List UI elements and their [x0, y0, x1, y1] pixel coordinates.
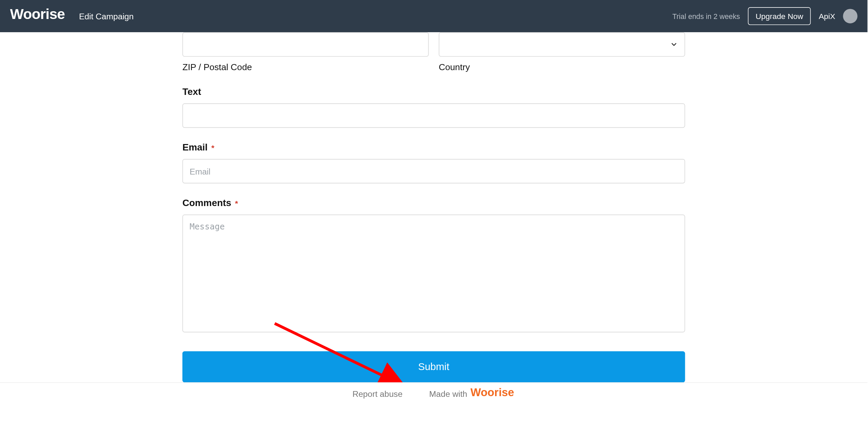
submit-button[interactable]: Submit — [182, 351, 685, 382]
trial-status: Trial ends in 2 weeks — [672, 12, 740, 20]
app-header: Woorise Edit Campaign Trial ends in 2 we… — [0, 0, 867, 32]
text-field-label: Text — [182, 87, 685, 98]
zip-sublabel: ZIP / Postal Code — [182, 62, 429, 73]
country-column: Country — [439, 32, 685, 72]
woorise-footer-logo-icon: Woorise — [471, 386, 515, 399]
svg-text:Woorise: Woorise — [471, 386, 514, 399]
svg-text:Woorise: Woorise — [10, 7, 65, 22]
comments-label-text: Comments — [182, 198, 231, 208]
header-right: Trial ends in 2 weeks Upgrade Now ApiX — [672, 7, 857, 25]
comments-field-label: Comments * — [182, 198, 685, 209]
made-with-text: Made with — [429, 389, 467, 399]
text-input[interactable] — [182, 103, 685, 128]
woorise-brand-link[interactable]: Woorise — [471, 386, 515, 401]
email-input[interactable] — [182, 159, 685, 183]
required-mark: * — [235, 199, 238, 208]
zip-column: ZIP / Postal Code — [182, 32, 429, 72]
report-abuse-link[interactable]: Report abuse — [352, 389, 402, 399]
comments-textarea[interactable] — [182, 215, 685, 332]
required-mark: * — [211, 143, 214, 152]
campaign-form: ZIP / Postal Code Country Text Email * — [182, 32, 685, 382]
woorise-logo-icon: Woorise — [10, 7, 67, 22]
country-select[interactable] — [439, 32, 685, 57]
email-field-label: Email * — [182, 142, 685, 154]
avatar[interactable] — [843, 9, 857, 23]
content-area: ZIP / Postal Code Country Text Email * — [0, 32, 867, 405]
user-name[interactable]: ApiX — [819, 12, 835, 20]
made-with: Made with Woorise — [429, 386, 515, 401]
zip-input[interactable] — [182, 32, 429, 57]
page-title: Edit Campaign — [79, 12, 134, 21]
address-row: ZIP / Postal Code Country — [182, 32, 685, 72]
chevron-down-icon — [670, 41, 678, 48]
footer: Report abuse Made with Woorise — [0, 382, 867, 405]
email-label-text: Email — [182, 142, 208, 153]
upgrade-button[interactable]: Upgrade Now — [748, 7, 811, 25]
logo: Woorise — [10, 7, 67, 25]
country-sublabel: Country — [439, 62, 685, 73]
